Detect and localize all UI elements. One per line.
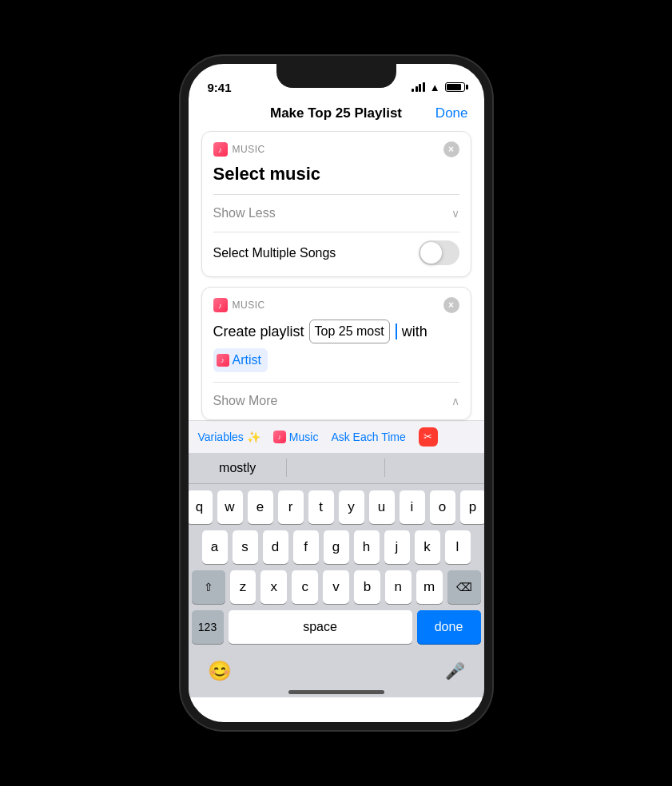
show-more-row[interactable]: Show More ∧ <box>202 383 471 419</box>
keyboard: q w e r t y u i o p a s d f g h j k l ⇧ … <box>189 484 484 653</box>
music-variable-button[interactable]: ♪ Music <box>273 431 319 443</box>
music-note-icon-3: ♪ <box>217 354 229 367</box>
key-i[interactable]: i <box>400 490 425 524</box>
key-a[interactable]: a <box>202 530 228 564</box>
card2-music-label: ♪ MUSIC <box>213 298 265 312</box>
key-m[interactable]: m <box>416 570 443 604</box>
music-note-icon-1: ♪ <box>213 142 228 157</box>
chevron-up-icon: ∧ <box>451 395 459 407</box>
autocomplete-item-1[interactable]: mostly <box>189 453 287 483</box>
card2-header: ♪ MUSIC × <box>202 288 471 320</box>
key-p[interactable]: p <box>460 490 486 524</box>
key-s[interactable]: s <box>233 530 258 564</box>
music-var-icon: ♪ <box>273 431 286 443</box>
key-f[interactable]: f <box>293 530 319 564</box>
key-c[interactable]: c <box>292 570 318 604</box>
select-music-card: ♪ MUSIC × Select music Show Less ∨ Selec… <box>201 131 471 277</box>
done-key[interactable]: done <box>417 610 481 644</box>
keyboard-row-1: q w e r t y u i o p <box>192 490 481 524</box>
card1-close-button[interactable]: × <box>443 141 459 157</box>
emoji-button[interactable]: 😊 <box>208 660 232 682</box>
page-title: Make Top 25 Playlist <box>270 105 402 121</box>
magic-wand-icon: ✨ <box>247 431 260 443</box>
create-playlist-card: ♪ MUSIC × Create playlist Top 25 most wi… <box>201 287 471 419</box>
keyboard-row-4: 123 space done <box>192 610 481 644</box>
key-j[interactable]: j <box>384 530 410 564</box>
key-t[interactable]: t <box>308 490 334 524</box>
key-r[interactable]: r <box>278 490 304 524</box>
artist-tag[interactable]: ♪ Artist <box>213 348 268 372</box>
home-bar[interactable] <box>288 690 384 694</box>
variable-bar: Variables ✨ ♪ Music Ask Each Time ✂ <box>189 420 484 453</box>
key-k[interactable]: k <box>415 530 440 564</box>
show-less-label: Show Less <box>213 206 276 220</box>
status-icons: ▲ <box>412 81 464 93</box>
key-e[interactable]: e <box>248 490 273 524</box>
key-x[interactable]: x <box>260 570 287 604</box>
card2-close-button[interactable]: × <box>443 297 459 313</box>
microphone-button[interactable]: 🎤 <box>445 661 465 681</box>
key-w[interactable]: w <box>217 490 243 524</box>
card1-header: ♪ MUSIC × <box>202 132 471 164</box>
variables-button[interactable]: Variables ✨ <box>198 431 260 443</box>
keyboard-row-3: ⇧ z x c v b n m ⌫ <box>192 570 481 604</box>
key-u[interactable]: u <box>369 490 395 524</box>
card2-content: Create playlist Top 25 most with ♪ Artis… <box>202 320 471 381</box>
key-d[interactable]: d <box>263 530 288 564</box>
key-h[interactable]: h <box>354 530 380 564</box>
show-less-row[interactable]: Show Less ∨ <box>202 195 471 232</box>
status-time: 9:41 <box>208 81 232 94</box>
card1-content: Select music <box>202 164 471 194</box>
done-button[interactable]: Done <box>435 105 468 121</box>
key-o[interactable]: o <box>430 490 455 524</box>
text-cursor <box>396 324 397 339</box>
with-label: with <box>402 320 427 343</box>
shift-key[interactable]: ⇧ <box>192 570 225 604</box>
music-var-label: Music <box>289 431 319 443</box>
create-playlist-text: Create playlist Top 25 most with ♪ Artis… <box>213 320 459 371</box>
numbers-key[interactable]: 123 <box>192 610 224 644</box>
select-multiple-label: Select Multiple Songs <box>213 246 336 260</box>
create-label: Create playlist <box>213 320 304 343</box>
cut-button[interactable]: ✂ <box>419 427 438 447</box>
notch <box>276 64 396 88</box>
select-multiple-toggle[interactable] <box>419 240 459 265</box>
chevron-down-icon: ∨ <box>451 207 459 220</box>
ask-each-time-button[interactable]: Ask Each Time <box>331 431 405 443</box>
signal-icon <box>412 82 425 92</box>
card1-music-label: ♪ MUSIC <box>213 142 265 157</box>
key-y[interactable]: y <box>339 490 364 524</box>
keyboard-row-2: a s d f g h j k l <box>192 530 481 564</box>
variables-label: Variables <box>198 431 244 443</box>
wifi-icon: ▲ <box>430 81 440 93</box>
key-v[interactable]: v <box>323 570 349 604</box>
music-note-icon-2: ♪ <box>213 298 228 312</box>
top25-token[interactable]: Top 25 most <box>309 320 390 343</box>
autocomplete-item-3[interactable] <box>385 453 483 483</box>
select-music-title: Select music <box>213 164 459 185</box>
key-n[interactable]: n <box>385 570 412 604</box>
home-indicator <box>189 685 484 697</box>
backspace-key[interactable]: ⌫ <box>447 570 481 604</box>
key-q[interactable]: q <box>187 490 213 524</box>
header: Make Top 25 Playlist Done <box>189 99 484 131</box>
phone-frame: 9:41 ▲ Make Top 25 Playlist Done ♪ M <box>181 56 492 730</box>
bottom-bar: 😊 🎤 <box>189 653 484 685</box>
key-z[interactable]: z <box>230 570 256 604</box>
key-l[interactable]: l <box>445 530 471 564</box>
content-area: ♪ MUSIC × Select music Show Less ∨ Selec… <box>189 131 484 420</box>
key-b[interactable]: b <box>354 570 380 604</box>
autocomplete-item-2[interactable] <box>287 453 385 483</box>
key-g[interactable]: g <box>324 530 349 564</box>
battery-icon <box>445 82 465 92</box>
space-key[interactable]: space <box>229 610 412 644</box>
select-multiple-row: Select Multiple Songs <box>202 232 471 276</box>
show-more-label: Show More <box>213 394 278 408</box>
autocomplete-bar: mostly <box>189 453 484 484</box>
